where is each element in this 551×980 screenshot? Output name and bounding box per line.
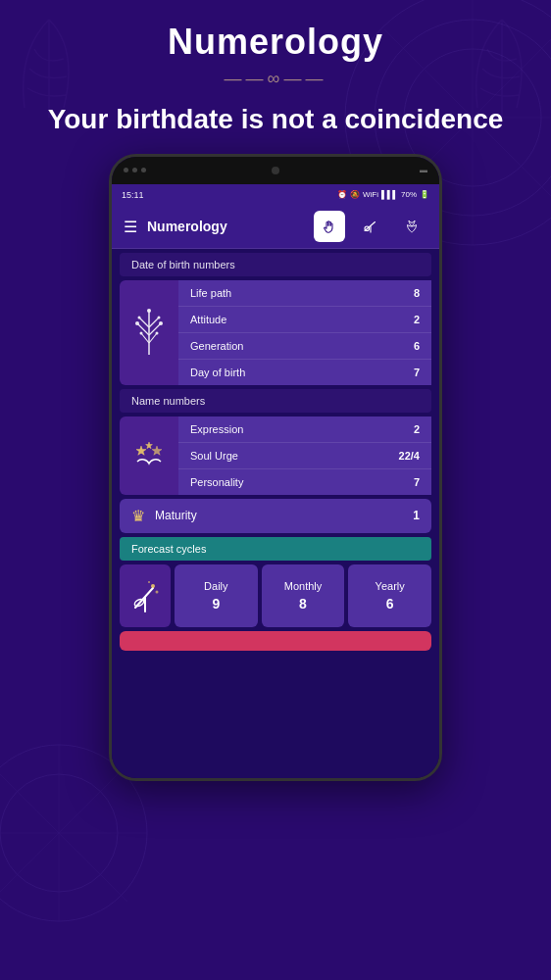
svg-marker-22 (136, 446, 146, 455)
date-of-birth-header: Date of birth numbers (120, 253, 431, 276)
generation-row[interactable]: Generation 6 (178, 333, 431, 360)
silent-icon: 🔕 (350, 190, 360, 199)
bottom-bar (120, 631, 431, 651)
personality-value: 7 (414, 476, 420, 488)
expression-label: Expression (190, 423, 243, 435)
status-icons: ⏰ 🔕 WiFi ▌▌▌ 70% 🔋 (337, 190, 429, 199)
day-of-birth-value: 7 (414, 367, 420, 378)
hand-icon (321, 218, 338, 235)
svg-point-16 (135, 321, 139, 325)
daily-value: 9 (212, 596, 220, 612)
yearly-value: 6 (386, 596, 394, 612)
lotus-icon (403, 218, 421, 235)
svg-point-19 (158, 316, 161, 318)
status-time: 15:11 (122, 190, 144, 200)
monthly-label: Monthly (284, 580, 323, 592)
maturity-label: Maturity (155, 509, 403, 522)
name-numbers-header: Name numbers (120, 389, 431, 413)
svg-line-11 (139, 318, 149, 327)
wifi-icon: WiFi (363, 190, 378, 199)
ornament-divider: ——∞—— (0, 69, 551, 89)
yearly-cycle[interactable]: Yearly 6 (348, 564, 431, 627)
svg-point-17 (159, 321, 163, 325)
svg-point-30 (148, 581, 150, 583)
personality-label: Personality (190, 476, 243, 488)
life-path-row[interactable]: Life path 8 (178, 280, 431, 307)
svg-marker-23 (146, 442, 153, 449)
attitude-label: Attitude (190, 314, 226, 325)
telescope-icon (362, 218, 379, 235)
personality-row[interactable]: Personality 7 (178, 469, 431, 495)
phone-dot-1 (124, 168, 128, 172)
monthly-value: 8 (299, 596, 307, 612)
date-of-birth-section: Life path 8 Attitude 2 Generation 6 Day … (120, 280, 431, 385)
forecast-icon-box (120, 564, 171, 627)
app-bar-title: Numerology (147, 219, 304, 234)
date-icon-box (120, 280, 178, 385)
crown-icon: ♛ (131, 507, 145, 525)
maturity-row[interactable]: ♛ Maturity 1 (120, 499, 431, 533)
phone-frame: ▬ 15:11 ⏰ 🔕 WiFi ▌▌▌ 70% 🔋 ☰ Numerology (109, 154, 442, 781)
page-subtitle: Your birthdate is not a coincidence (0, 95, 551, 144)
attitude-row[interactable]: Attitude 2 (178, 307, 431, 333)
app-bar: ☰ Numerology (112, 206, 439, 249)
expression-row[interactable]: Expression 2 (178, 416, 431, 443)
date-of-birth-rows: Life path 8 Attitude 2 Generation 6 Day … (178, 280, 431, 385)
svg-point-4 (0, 774, 118, 892)
maturity-value: 1 (413, 509, 420, 522)
generation-label: Generation (190, 340, 243, 352)
tree-of-life-icon (129, 306, 169, 360)
app-content: Date of birth numbers (112, 249, 439, 778)
daily-label: Daily (204, 580, 227, 592)
astrology-button[interactable] (355, 211, 386, 242)
svg-point-15 (147, 309, 151, 313)
signal-icon: ▌▌▌ (381, 190, 398, 199)
phone-speaker: ▬ (420, 166, 427, 174)
life-path-value: 8 (414, 287, 420, 299)
soul-urge-value: 22/4 (399, 450, 420, 462)
phone-notch-bar: ▬ (112, 157, 439, 184)
svg-point-18 (138, 316, 141, 318)
battery-text: 70% (401, 190, 417, 199)
phone-dot-2 (132, 168, 137, 172)
telescope-forecast-icon (129, 578, 161, 613)
daily-cycle[interactable]: Daily 9 (175, 564, 258, 627)
svg-point-20 (140, 331, 143, 334)
svg-line-12 (149, 318, 159, 327)
phone-camera (272, 167, 279, 174)
alarm-icon: ⏰ (337, 190, 347, 199)
soul-urge-label: Soul Urge (190, 450, 238, 462)
attitude-value: 2 (414, 314, 420, 325)
menu-button[interactable]: ☰ (124, 218, 137, 236)
palmistry-button[interactable] (314, 211, 345, 242)
name-numbers-section: Expression 2 Soul Urge 22/4 Personality … (120, 416, 431, 495)
phone-mockup: ▬ 15:11 ⏰ 🔕 WiFi ▌▌▌ 70% 🔋 ☰ Numerology (0, 154, 551, 781)
life-path-label: Life path (190, 287, 231, 299)
forecast-cycles-header: Forecast cycles (120, 537, 431, 561)
name-number-rows: Expression 2 Soul Urge 22/4 Personality … (178, 416, 431, 495)
svg-marker-24 (152, 446, 162, 455)
expression-value: 2 (414, 423, 420, 435)
battery-icon: 🔋 (420, 190, 429, 199)
monthly-cycle[interactable]: Monthly 8 (262, 564, 345, 627)
lotus-button[interactable] (396, 211, 427, 242)
stars-hand-icon (127, 434, 171, 477)
soul-urge-row[interactable]: Soul Urge 22/4 (178, 443, 431, 469)
phone-dots (124, 168, 146, 172)
svg-point-29 (156, 590, 159, 593)
yearly-label: Yearly (376, 580, 405, 592)
forecast-cycles-section: Daily 9 Monthly 8 Yearly 6 (120, 564, 431, 627)
phone-dot-3 (141, 168, 146, 172)
day-of-birth-row[interactable]: Day of birth 7 (178, 360, 431, 385)
day-of-birth-label: Day of birth (190, 367, 245, 378)
name-icon-box (120, 416, 178, 495)
status-bar: 15:11 ⏰ 🔕 WiFi ▌▌▌ 70% 🔋 (112, 184, 439, 206)
svg-point-28 (151, 584, 155, 588)
page-title: Numerology (0, 0, 551, 63)
generation-value: 6 (414, 340, 420, 352)
svg-point-21 (156, 331, 159, 334)
